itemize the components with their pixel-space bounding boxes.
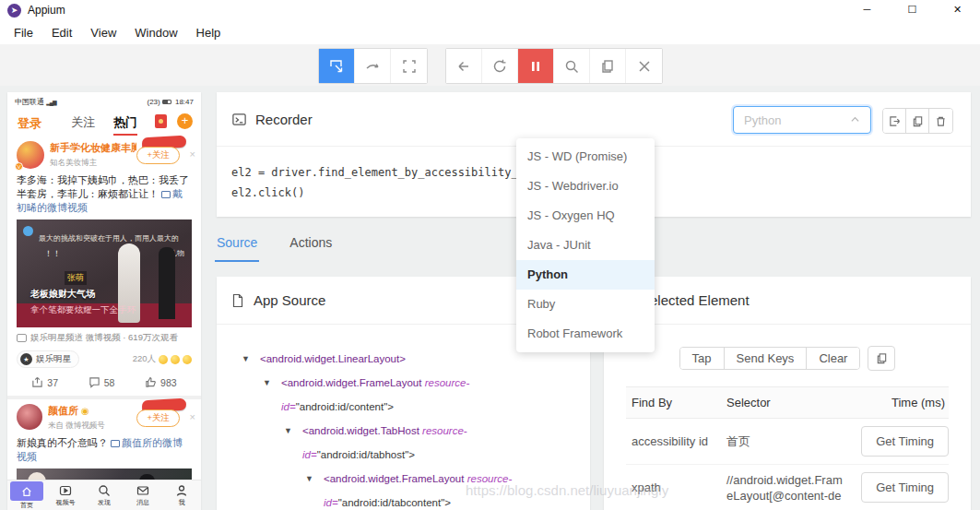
post-username: 颜值所	[48, 405, 78, 416]
like-icon	[145, 376, 157, 388]
language-select[interactable]: Python	[733, 106, 871, 134]
device-screenshot[interactable]: 中国联通 ▂▄▆ (23) 18:47 登录 关注 热门 + V	[7, 92, 201, 510]
option-ruby[interactable]: Ruby	[516, 290, 655, 319]
nav-item-me[interactable]: 我	[162, 480, 201, 510]
get-timing-button[interactable]: Get Timing	[861, 472, 949, 503]
follow-button: +关注	[136, 409, 180, 427]
phone-status-bar: 中国联通 ▂▄▆ (23) 18:47	[7, 92, 201, 109]
video-overlay-text: 最大的挑战和突破在于用人，而用人最大的	[39, 233, 179, 243]
export-icon	[889, 115, 901, 127]
copy-attributes-button[interactable]	[868, 346, 895, 371]
signal-icon: ▂▄▆	[46, 100, 55, 105]
pause-icon	[529, 60, 542, 73]
copy-icon	[912, 115, 924, 127]
phone-bottom-nav: 首页 视频号 发现 消息	[7, 480, 201, 510]
menu-help[interactable]: Help	[187, 24, 230, 42]
trash-icon	[935, 115, 947, 127]
search-icon	[563, 58, 580, 75]
option-java-junit[interactable]: Java - JUnit	[516, 231, 655, 260]
quit-session-button[interactable]	[626, 49, 662, 83]
clock-label: 18:47	[175, 98, 194, 106]
clear-recording-button[interactable]	[929, 109, 952, 133]
menu-window[interactable]: Window	[125, 24, 186, 42]
tree-node-framelayout-content[interactable]: ▼ <android.widget.FrameLayout resource-i…	[217, 371, 530, 419]
collapse-caret-icon[interactable]: ▼	[263, 371, 271, 395]
collapse-caret-icon[interactable]: ▼	[305, 467, 313, 491]
title-bar: ➤ Appium ─ ☐ ✕	[0, 0, 980, 20]
close-button[interactable]: ✕	[935, 0, 980, 20]
nav-item-video[interactable]: 视频号	[46, 480, 85, 510]
option-js-webdriverio[interactable]: JS - Webdriver.io	[516, 172, 655, 201]
nav-item-home-selected[interactable]: 首页	[7, 480, 46, 510]
collapse-caret-icon[interactable]: ▼	[242, 347, 250, 371]
option-robot-framework[interactable]: Robot Framework	[516, 319, 655, 349]
menu-file[interactable]: File	[5, 24, 42, 42]
xml-source-tree: ▼ <android.widget.LinearLayout> ▼ <andro…	[217, 325, 530, 510]
tree-node-framelayout-tabcontent[interactable]: ▼ <android.widget.FrameLayout resource-i…	[217, 467, 530, 510]
compose-plus-icon: +	[177, 113, 193, 129]
swipe-by-coordinates-button[interactable]	[355, 49, 391, 83]
close-x-icon	[637, 59, 652, 74]
post-username: 新手学化妆健康丰胸...	[50, 142, 136, 153]
name-chip: 张萌	[65, 271, 87, 285]
option-python-selected[interactable]: Python	[516, 260, 655, 290]
copy-code-button[interactable]	[906, 109, 929, 133]
chevron-up-icon	[850, 113, 860, 127]
battery-icon	[162, 100, 171, 104]
discover-search-icon	[98, 484, 111, 497]
maximize-button[interactable]: ☐	[890, 0, 935, 20]
video-thumbnail: 最大的挑战和突破在于用人，而用人最大的 ！！ 礼物 张萌 老板娘财大气场 拿个笔…	[17, 219, 192, 327]
video-channel-icon	[59, 484, 72, 497]
comment-action: 58	[89, 376, 115, 388]
tap-by-coordinates-button[interactable]	[391, 49, 427, 83]
home-icon	[21, 486, 32, 497]
get-timing-button[interactable]: Get Timing	[861, 426, 949, 457]
tab-actions[interactable]: Actions	[288, 235, 334, 262]
tab-source[interactable]: Source	[215, 235, 259, 262]
laugh-emoji	[159, 355, 168, 364]
nav-item-messages[interactable]: 消息	[124, 480, 162, 510]
post-text: 新娘真的不介意吗？	[17, 437, 108, 448]
clear-button[interactable]: Clear	[807, 348, 859, 369]
man-silhouette	[159, 247, 175, 319]
session-actions-group	[445, 48, 663, 84]
refresh-source-button[interactable]	[482, 49, 518, 83]
appium-window: ➤ Appium ─ ☐ ✕ File Edit View Window Hel…	[0, 0, 980, 510]
option-js-wd[interactable]: JS - WD (Promise)	[516, 142, 655, 172]
find-by-value: xpath	[626, 480, 721, 495]
tree-node-linearlayout[interactable]: ▼ <android.widget.LinearLayout>	[217, 347, 530, 371]
table-row: accessibility id 首页 Get Timing	[626, 419, 949, 465]
tree-node-tabhost[interactable]: ▼ <android.widget.TabHost resource-id="a…	[217, 419, 530, 467]
copy-xml-source-button[interactable]	[590, 49, 626, 83]
search-for-element-button[interactable]	[554, 49, 590, 83]
select-cursor-icon	[328, 58, 345, 75]
menu-view[interactable]: View	[81, 24, 125, 42]
minimize-button[interactable]: ─	[844, 0, 890, 20]
menu-edit[interactable]: Edit	[42, 24, 81, 42]
like-action: 983	[145, 376, 177, 388]
window-title: Appium	[28, 4, 65, 17]
language-dropdown-menu: JS - WD (Promise) JS - Webdriver.io JS -…	[516, 138, 655, 352]
post-subtitle: 知名美妆博主	[50, 158, 136, 169]
tap-region-icon	[401, 58, 418, 75]
show-boilerplate-button[interactable]	[883, 109, 906, 133]
pause-recording-button[interactable]	[518, 49, 554, 83]
appium-logo-icon: ➤	[7, 4, 21, 18]
copy-icon	[876, 352, 888, 364]
terminal-icon	[231, 112, 247, 127]
video-meta: 娱乐明星频道 微博视频 · 619万次观看	[30, 332, 178, 344]
option-js-oxygen[interactable]: JS - Oxygen HQ	[516, 201, 655, 231]
nav-item-discover[interactable]: 发现	[85, 480, 124, 510]
send-keys-button[interactable]: Send Keys	[725, 348, 808, 369]
dismiss-post-icon: ×	[190, 148, 195, 160]
swipe-arrow-icon	[364, 58, 381, 75]
collapse-caret-icon[interactable]: ▼	[284, 419, 292, 443]
selected-element-highlight	[10, 481, 43, 501]
tap-button[interactable]: Tap	[680, 348, 725, 369]
back-button[interactable]	[446, 49, 482, 83]
video-caption-2: 拿个笔都要炫耀一下全手环	[30, 304, 136, 316]
copy-icon	[599, 58, 616, 75]
red-packet-icon	[155, 114, 167, 128]
select-elements-button[interactable]	[319, 49, 355, 83]
interaction-mode-group	[318, 48, 428, 84]
